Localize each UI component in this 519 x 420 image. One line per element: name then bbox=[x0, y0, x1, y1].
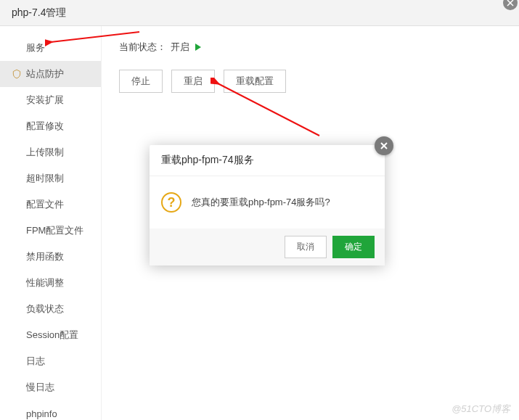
sidebar-item-perf-tune[interactable]: 性能调整 bbox=[0, 270, 101, 296]
sidebar-item-slow-log[interactable]: 慢日志 bbox=[0, 374, 101, 400]
sidebar-item-label: 上传限制 bbox=[26, 146, 64, 159]
sidebar-item-label: 配置修改 bbox=[26, 120, 64, 133]
sidebar: 服务 站点防护 安装扩展 配置修改 上传限制 超时限制 配置文件 FPM配置文件… bbox=[0, 26, 102, 420]
close-icon bbox=[380, 141, 388, 150]
question-icon: ? bbox=[161, 192, 181, 213]
window-header: php-7.4管理 bbox=[0, 0, 519, 26]
modal-footer: 取消 确定 bbox=[150, 228, 385, 265]
sidebar-item-install-ext[interactable]: 安装扩展 bbox=[0, 87, 101, 113]
close-icon bbox=[507, 0, 514, 7]
status-row: 当前状态： 开启 bbox=[119, 41, 502, 54]
sidebar-item-label: 慢日志 bbox=[26, 381, 54, 394]
play-icon bbox=[194, 43, 203, 52]
sidebar-item-label: 服务 bbox=[26, 41, 45, 54]
sidebar-item-session-config[interactable]: Session配置 bbox=[0, 322, 101, 348]
confirm-modal: 重载php-fpm-74服务 ? 您真的要重载php-fpm-74服务吗? 取消… bbox=[150, 145, 385, 265]
sidebar-item-label: 负载状态 bbox=[26, 302, 64, 316]
sidebar-item-service[interactable]: 服务 bbox=[0, 35, 101, 61]
sidebar-item-label: FPM配置文件 bbox=[26, 224, 83, 237]
sidebar-item-timeout-limit[interactable]: 超时限制 bbox=[0, 165, 101, 192]
window-close-button[interactable] bbox=[503, 0, 518, 10]
window-title: php-7.4管理 bbox=[12, 7, 66, 20]
sidebar-item-fpm-config[interactable]: FPM配置文件 bbox=[0, 218, 101, 244]
stop-button[interactable]: 停止 bbox=[119, 70, 163, 93]
sidebar-item-label: 超时限制 bbox=[26, 172, 64, 185]
status-label: 当前状态： bbox=[119, 41, 166, 54]
sidebar-item-label: 站点防护 bbox=[26, 67, 64, 81]
modal-body: ? 您真的要重载php-fpm-74服务吗? bbox=[150, 176, 385, 228]
sidebar-item-label: Session配置 bbox=[26, 329, 78, 342]
sidebar-item-label: phpinfo bbox=[26, 408, 57, 419]
modal-message: 您真的要重载php-fpm-74服务吗? bbox=[192, 196, 330, 209]
sidebar-item-config-modify[interactable]: 配置修改 bbox=[0, 113, 101, 139]
status-value: 开启 bbox=[171, 41, 189, 54]
cancel-button[interactable]: 取消 bbox=[285, 236, 327, 258]
modal-close-button[interactable] bbox=[375, 136, 393, 155]
sidebar-item-label: 配置文件 bbox=[26, 198, 64, 211]
shield-icon bbox=[12, 69, 22, 79]
reload-config-button[interactable]: 重载配置 bbox=[224, 70, 286, 93]
sidebar-item-phpinfo[interactable]: phpinfo bbox=[0, 400, 101, 420]
sidebar-item-label: 日志 bbox=[26, 355, 45, 368]
watermark: @51CTO博客 bbox=[451, 403, 510, 416]
confirm-button[interactable]: 确定 bbox=[332, 236, 375, 258]
sidebar-item-log[interactable]: 日志 bbox=[0, 348, 101, 374]
sidebar-item-label: 性能调整 bbox=[26, 276, 64, 289]
modal-title: 重载php-fpm-74服务 bbox=[161, 154, 254, 165]
sidebar-item-site-defense[interactable]: 站点防护 bbox=[0, 61, 101, 87]
sidebar-item-upload-limit[interactable]: 上传限制 bbox=[0, 139, 101, 165]
modal-header: 重载php-fpm-74服务 bbox=[150, 145, 385, 176]
restart-button[interactable]: 重启 bbox=[171, 70, 215, 93]
sidebar-item-disable-func[interactable]: 禁用函数 bbox=[0, 244, 101, 270]
sidebar-item-label: 禁用函数 bbox=[26, 250, 64, 263]
sidebar-item-label: 安装扩展 bbox=[26, 94, 64, 107]
sidebar-item-load-status[interactable]: 负载状态 bbox=[0, 296, 101, 322]
sidebar-item-config-file[interactable]: 配置文件 bbox=[0, 192, 101, 218]
action-buttons: 停止 重启 重载配置 bbox=[119, 70, 502, 93]
